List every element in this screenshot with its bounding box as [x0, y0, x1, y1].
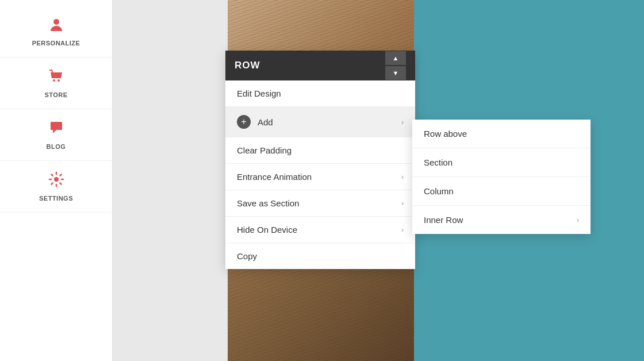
- add-item-left: + Add: [237, 115, 273, 129]
- submenu-item-inner-row[interactable]: Inner Row ›: [412, 206, 591, 234]
- context-menu: ROW ▲ ▼ Edit Design + Add › Clear Paddin…: [225, 51, 415, 269]
- svg-point-0: [53, 19, 59, 25]
- personalize-label: PERSONALIZE: [32, 40, 80, 47]
- arrow-controls: ▲ ▼: [385, 51, 406, 80]
- store-label: STORE: [44, 91, 67, 98]
- edit-design-label: Edit Design: [237, 89, 281, 98]
- menu-item-copy[interactable]: Copy: [225, 243, 415, 269]
- submenu-item-section[interactable]: Section: [412, 148, 591, 177]
- menu-header: ROW ▲ ▼: [225, 51, 415, 80]
- column-label: Column: [424, 186, 454, 196]
- sidebar-item-personalize[interactable]: PERSONALIZE: [0, 6, 112, 57]
- save-as-section-label: Save as Section: [237, 198, 299, 208]
- chevron-right-icon-5: ›: [577, 216, 579, 224]
- menu-item-edit-design[interactable]: Edit Design: [225, 80, 415, 107]
- svg-point-3: [54, 177, 59, 182]
- sidebar-item-blog[interactable]: BLOG: [0, 109, 112, 161]
- blog-icon: [48, 120, 64, 140]
- arrow-up-button[interactable]: ▲: [385, 51, 406, 65]
- hide-on-device-label: Hide On Device: [237, 225, 297, 235]
- svg-point-2: [57, 79, 60, 82]
- svg-point-1: [53, 79, 55, 82]
- sidebar: PERSONALIZE STORE BLOG SETTINGS: [0, 0, 113, 361]
- menu-item-entrance-animation[interactable]: Entrance Animation ›: [225, 164, 415, 190]
- menu-title: ROW: [235, 60, 260, 71]
- settings-label: SETTINGS: [39, 195, 73, 202]
- copy-label: Copy: [237, 251, 257, 261]
- menu-item-add[interactable]: + Add ›: [225, 107, 415, 137]
- add-icon: +: [237, 115, 251, 129]
- chevron-right-icon-3: ›: [401, 199, 404, 208]
- blog-label: BLOG: [47, 143, 66, 150]
- sidebar-item-settings[interactable]: SETTINGS: [0, 161, 112, 213]
- menu-item-hide-on-device[interactable]: Hide On Device ›: [225, 217, 415, 243]
- menu-item-clear-padding[interactable]: Clear Padding: [225, 137, 415, 164]
- add-label: Add: [258, 117, 273, 127]
- chevron-right-icon-4: ›: [401, 225, 404, 234]
- submenu-item-column[interactable]: Column: [412, 177, 591, 206]
- personalize-icon: [48, 16, 64, 36]
- store-icon: [48, 68, 64, 88]
- clear-padding-label: Clear Padding: [237, 145, 292, 155]
- chevron-right-icon-2: ›: [401, 172, 404, 181]
- main-area: Don'tDon'tconsdigmlobo ROW ▲ ▼ Edit Desi…: [113, 0, 644, 361]
- entrance-animation-label: Entrance Animation: [237, 172, 312, 182]
- inner-row-label: Inner Row: [424, 215, 463, 225]
- menu-item-save-as-section[interactable]: Save as Section ›: [225, 190, 415, 217]
- chevron-right-icon: ›: [401, 118, 404, 126]
- section-label: Section: [424, 158, 453, 167]
- submenu-item-row-above[interactable]: Row above: [412, 120, 591, 148]
- row-above-label: Row above: [424, 129, 467, 139]
- sidebar-item-store[interactable]: STORE: [0, 57, 112, 109]
- settings-icon: [48, 171, 64, 191]
- submenu: Row above Section Column Inner Row ›: [412, 120, 591, 234]
- arrow-down-button[interactable]: ▼: [385, 66, 406, 80]
